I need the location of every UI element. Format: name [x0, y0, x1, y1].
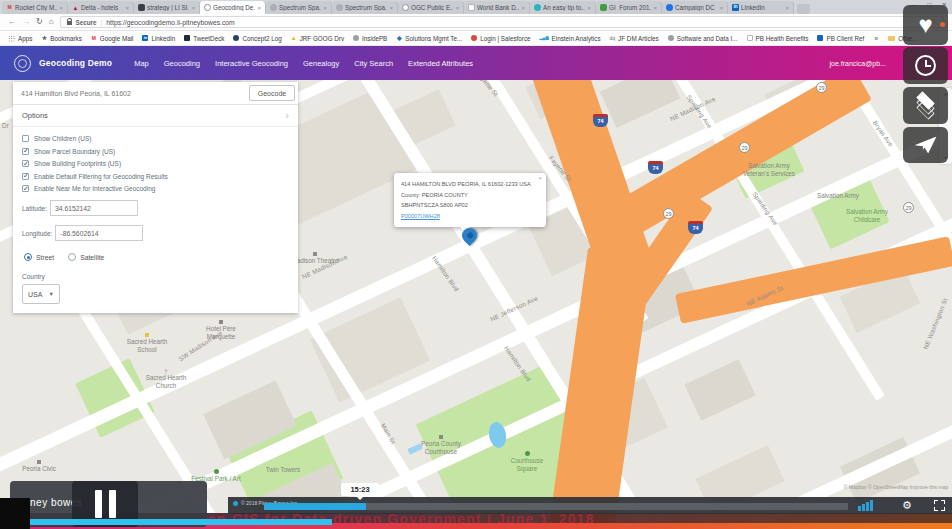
checkbox-row: Show Building Footprints (US)	[22, 160, 289, 167]
forward-icon[interactable]: →	[22, 18, 30, 26]
new-tab-button[interactable]	[797, 4, 810, 14]
geocode-button[interactable]: Geocode	[249, 85, 295, 101]
checkbox-show-parcel-boundary[interactable]	[22, 148, 29, 155]
route-29-shield: 29	[816, 82, 827, 93]
address-input[interactable]	[21, 90, 249, 97]
country-select[interactable]: USA ▼	[22, 284, 60, 304]
checkbox-default-filtering[interactable]	[22, 173, 29, 180]
nav-item-extended-attributes[interactable]: Extended Attributes	[408, 59, 473, 68]
bookmark-insidepb[interactable]: InsidePB	[353, 35, 387, 42]
poi-salvation-army-veterans: Salvation Army Veteran's Services	[735, 162, 803, 178]
tab-close-icon[interactable]: ×	[125, 5, 129, 11]
nav-item-interactive-geocoding[interactable]: Interactive Geocoding	[215, 59, 288, 68]
url-text: https://geocodingdemo.li-pitneybowes.com	[106, 19, 234, 26]
site-icon	[270, 4, 277, 11]
close-icon[interactable]: ×	[538, 175, 542, 181]
heart-icon: ♥	[918, 13, 932, 37]
tab-delta-hotels[interactable]: Delta - hotels×	[68, 1, 134, 14]
interstate-74-shield: 74	[648, 161, 663, 174]
bookmarks-overflow[interactable]	[873, 35, 879, 41]
bookmark-salesforce[interactable]: Login | Salesforce	[471, 35, 530, 42]
tab-spectrum-1[interactable]: Spectrum Spa...×	[266, 1, 332, 14]
bookmark-pb-client-ref[interactable]: PB Client Ref	[817, 35, 864, 42]
tab-geocoding-demo[interactable]: Geocoding De...×	[200, 1, 266, 14]
player-control-bar: © 2018 Pitney Bowes Inc ⚙	[228, 497, 952, 514]
tab-spectrum-2[interactable]: Spectrum Spa...×	[332, 1, 398, 14]
bookmark-pb-health[interactable]: PB Health Benefits	[747, 35, 809, 42]
bookmark-solutions-mgmt[interactable]: Solutions Mgmt Te...	[396, 35, 462, 42]
latitude-row: Latitude:	[22, 200, 298, 216]
chevron-down-icon: ▼	[49, 291, 54, 297]
bookmark-jf-dm-articles[interactable]: JF DM Articles	[610, 35, 659, 42]
heart-widget[interactable]: ♥	[903, 5, 948, 45]
latitude-input[interactable]	[50, 200, 138, 216]
volume-icon[interactable]	[858, 499, 873, 511]
diamond-icon	[396, 35, 402, 41]
tab-linkedin[interactable]: LinkedIn×	[728, 1, 794, 14]
tab-close-icon[interactable]: ×	[257, 5, 261, 11]
drive-icon	[291, 35, 297, 41]
share-widget[interactable]	[903, 127, 948, 163]
bookmarks-bar: Apps Bookmarks Google Mail LinkedIn Twee…	[0, 31, 952, 46]
history-widget[interactable]	[903, 47, 948, 84]
tab-close-icon[interactable]: ×	[389, 5, 393, 11]
checkbox-near-me[interactable]	[22, 185, 29, 192]
seek-bar[interactable]	[264, 503, 848, 510]
nav-item-geocoding[interactable]: Geocoding	[164, 59, 200, 68]
settings-gear-icon[interactable]: ⚙	[902, 498, 912, 512]
checkbox-show-building-footprints[interactable]	[22, 160, 29, 167]
bookmark-einstein-analytics[interactable]: Einstein Analytics	[540, 35, 601, 42]
bookmark-apps[interactable]: Apps	[8, 35, 32, 42]
bookmark-software-data[interactable]: Software and Data I...	[668, 35, 738, 42]
bookmark-concept2[interactable]: Concept2 Log	[233, 35, 281, 42]
tab-rocket-city[interactable]: Rocket City M...×	[2, 1, 68, 14]
country-value: USA	[28, 291, 42, 298]
bookmark-tweetdeck[interactable]: TweetDeck	[184, 35, 224, 42]
site-icon	[353, 35, 359, 41]
tab-close-icon[interactable]: ×	[587, 5, 591, 11]
tab-close-icon[interactable]: ×	[719, 5, 723, 11]
tab-world-bank[interactable]: World Bank D...×	[464, 1, 530, 14]
popup-pbkey-link[interactable]: P00007UWH28	[401, 213, 440, 219]
tab-close-icon[interactable]: ×	[455, 5, 459, 11]
options-row[interactable]: Options ›	[13, 105, 298, 127]
bookmark-bookmarks[interactable]: Bookmarks	[41, 35, 82, 42]
screen: Rocket City M...× Delta - hotels× strate…	[0, 0, 952, 529]
radio-satellite[interactable]	[68, 253, 76, 261]
tab-close-icon[interactable]: ×	[191, 5, 195, 11]
fullscreen-icon[interactable]	[934, 500, 945, 511]
url-field[interactable]: Secure | https://geocodingdemo.li-pitney…	[60, 16, 944, 28]
slides-icon	[138, 4, 145, 11]
poi-courthouse-square: Courthouse Square	[502, 451, 552, 473]
tab-ogc-public[interactable]: OGC Public E...×	[398, 1, 464, 14]
nav-item-genealogy[interactable]: Genealogy	[303, 59, 339, 68]
nav-item-map[interactable]: Map	[134, 59, 149, 68]
tab-strategy[interactable]: strategy | LI Sl...×	[134, 1, 200, 14]
layers-widget[interactable]	[903, 87, 948, 124]
tab-close-icon[interactable]: ×	[59, 5, 63, 11]
interstate-74-shield: 74	[593, 114, 608, 127]
route-29-shield: 29	[903, 202, 914, 213]
tab-campaign-dc[interactable]: Campaign DC×	[662, 1, 728, 14]
tab-close-icon[interactable]: ×	[521, 5, 525, 11]
tab-close-icon[interactable]: ×	[653, 5, 657, 11]
tab-close-icon[interactable]: ×	[323, 5, 327, 11]
bookmark-goog-drive[interactable]: JRF GOOG Drv	[291, 35, 344, 42]
tab-gi-forum[interactable]: GI_Forum 201...×	[596, 1, 662, 14]
longitude-input[interactable]	[55, 225, 143, 241]
poi-icon	[145, 333, 149, 337]
tab-easy-tip[interactable]: An easy tip to...×	[530, 1, 596, 14]
tab-close-icon[interactable]: ×	[785, 5, 789, 11]
reload-icon[interactable]: ↻	[36, 18, 43, 26]
back-icon[interactable]: ←	[8, 18, 16, 26]
home-icon[interactable]: ⌂	[49, 18, 54, 26]
map-attribution[interactable]: © Mapbox © OpenStreetMap Improve this ma…	[844, 484, 948, 490]
chevron-right-icon: ›	[285, 110, 289, 121]
radio-street[interactable]	[24, 253, 32, 261]
bookmark-google-mail[interactable]: Google Mail	[91, 35, 134, 42]
poi-twin-towers: Twin Towers	[258, 466, 308, 474]
bookmark-linkedin[interactable]: LinkedIn	[142, 35, 175, 42]
geocode-result-popup: × 414 HAMILTON BLVD PEORIA, IL 61602-123…	[394, 173, 546, 227]
checkbox-show-children[interactable]	[22, 135, 29, 142]
nav-item-city-search[interactable]: City Search	[354, 59, 393, 68]
